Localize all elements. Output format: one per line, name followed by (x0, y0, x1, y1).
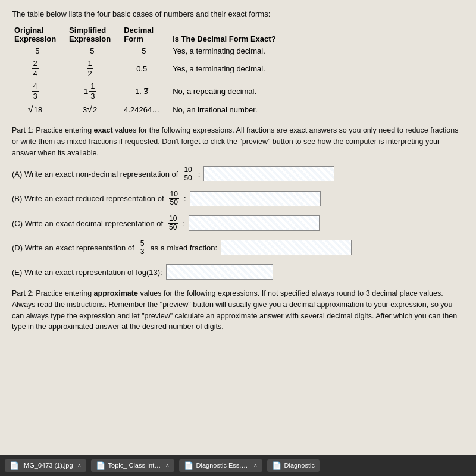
col-header-isexact: Is The Decimal Form Exact? (170, 24, 286, 45)
row2-isexact: Yes, a terminating decimal. (170, 57, 286, 80)
main-content: The table below lists the four basic cas… (0, 0, 476, 455)
question-A-colon: : (198, 170, 201, 178)
mixed-1-1-3: 1 1 3 (84, 82, 96, 101)
row3-isexact: No, a repeating decimal. (170, 80, 286, 102)
fraction-2-4: 2 4 (32, 59, 38, 78)
taskbar-item-2[interactable]: 📄 Diagnostic Ess....docx ∧ (179, 459, 262, 472)
question-E: (E) Write an exact representation of log… (12, 264, 464, 280)
data-table: OriginalExpression SimplifiedExpression … (12, 24, 287, 117)
chevron-icon-0: ∧ (77, 462, 82, 468)
question-B-label: (B) Write an exact reduced representatio… (12, 194, 164, 203)
row4-original: √18 (12, 102, 67, 117)
row1-isexact: Yes, a terminating decimal. (170, 45, 286, 57)
file-icon-3: 📄 (272, 461, 281, 470)
table-row: 4 3 1 1 3 1. 3̅ No, a repeating decimal. (12, 80, 287, 102)
taskbar: 📄 IMG_0473 (1).jpg ∧ 📄 Topic_ Class Int.… (0, 455, 476, 476)
row3-simplified: 1 1 3 (67, 80, 121, 102)
chevron-icon-1: ∧ (165, 462, 170, 468)
question-C: (C) Write an exact decimal representatio… (12, 215, 464, 231)
question-D-suffix: as a mixed fraction: (150, 243, 217, 252)
file-icon-2: 📄 (184, 461, 193, 470)
taskbar-item-0[interactable]: 📄 IMG_0473 (1).jpg ∧ (5, 459, 86, 472)
table-row: √18 3√2 4.24264… No, an irrational numbe… (12, 102, 287, 117)
question-E-label: (E) Write an exact representation of log… (12, 268, 162, 277)
taskbar-label-0: IMG_0473 (1).jpg (22, 462, 73, 469)
question-D: (D) Write an exact representation of 5 3… (12, 240, 464, 256)
row2-decimal: 0.5 (121, 57, 170, 80)
frac-10-50-C: 10 50 (168, 215, 178, 231)
answer-input-E[interactable] (166, 264, 273, 280)
row4-decimal: 4.24264… (121, 102, 170, 117)
answer-input-A[interactable] (203, 166, 334, 181)
question-B: (B) Write an exact reduced representatio… (12, 190, 464, 206)
table-row: −5 −5 −5 Yes, a terminating decimal. (12, 45, 287, 57)
frac-5-3-D: 5 3 (139, 240, 146, 256)
intro-text: The table below lists the four basic cas… (12, 10, 464, 18)
fraction-4-3: 4 3 (32, 82, 38, 101)
3sqrt-2: 3√2 (83, 104, 97, 115)
row1-decimal: −5 (121, 45, 170, 57)
file-icon-0: 📄 (10, 461, 19, 470)
part1-text: Part 1: Practice entering exact values f… (12, 125, 464, 158)
sqrt-18: √18 (28, 104, 42, 115)
row1-original: −5 (12, 45, 67, 57)
row4-isexact: No, an irrational number. (170, 102, 286, 117)
fraction-1-2: 1 2 (87, 59, 93, 78)
row4-simplified: 3√2 (67, 102, 121, 117)
chevron-icon-2: ∧ (253, 462, 258, 468)
table-row: 2 4 1 2 0.5 Yes, a terminating decimal. (12, 57, 287, 80)
row2-original: 2 4 (12, 57, 67, 80)
answer-input-B[interactable] (190, 191, 321, 206)
question-B-colon: : (184, 194, 186, 203)
question-D-label: (D) Write an exact representation of (12, 243, 134, 252)
taskbar-label-3: Diagnostic (284, 462, 315, 469)
col-header-decimal: DecimalForm (121, 24, 170, 45)
row3-decimal: 1. 3̅ (121, 80, 170, 102)
taskbar-label-1: Topic_ Class Int....html (108, 462, 161, 469)
row1-simplified: −5 (67, 45, 121, 57)
file-icon-1: 📄 (96, 461, 105, 470)
question-C-label: (C) Write an exact decimal representatio… (12, 219, 163, 228)
frac-10-50-A: 10 50 (183, 166, 193, 182)
question-A: (A) Write an exact non-decimal represent… (12, 166, 464, 182)
taskbar-label-2: Diagnostic Ess....docx (196, 462, 249, 469)
row2-simplified: 1 2 (67, 57, 121, 80)
part2-text: Part 2: Practice entering approximate va… (12, 288, 464, 333)
answer-input-C[interactable] (189, 215, 320, 231)
row3-original: 4 3 (12, 80, 67, 102)
question-A-label: (A) Write an exact non-decimal represent… (12, 170, 178, 178)
col-header-original: OriginalExpression (12, 24, 67, 45)
col-header-simplified: SimplifiedExpression (67, 24, 121, 45)
question-C-colon: : (183, 219, 185, 228)
frac-10-50-B: 10 50 (169, 190, 179, 206)
taskbar-item-3[interactable]: 📄 Diagnostic (267, 459, 320, 472)
taskbar-item-1[interactable]: 📄 Topic_ Class Int....html ∧ (91, 459, 174, 472)
answer-input-D[interactable] (221, 240, 352, 255)
